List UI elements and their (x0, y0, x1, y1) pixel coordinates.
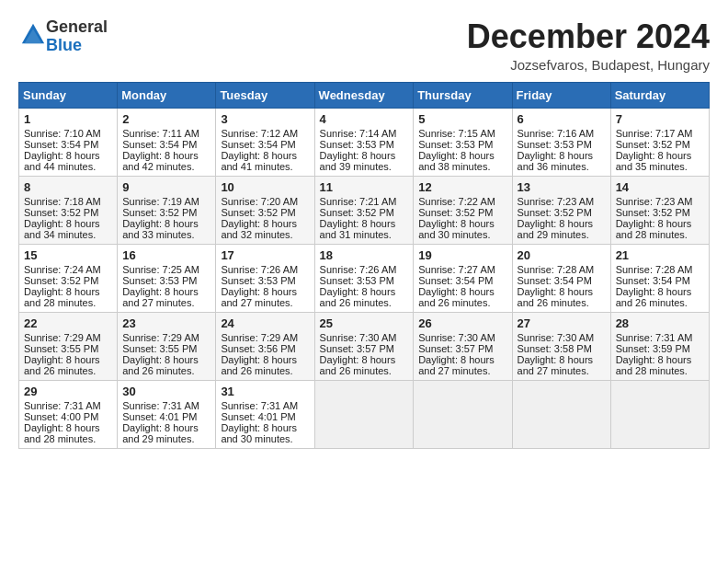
calendar-cell: 9Sunrise: 7:19 AMSunset: 3:52 PMDaylight… (118, 176, 216, 244)
week-row-5: 29Sunrise: 7:31 AMSunset: 4:00 PMDayligh… (19, 380, 710, 448)
daylight-text: Daylight: 8 hours and 26 minutes. (221, 354, 297, 376)
daylight-text: Daylight: 8 hours and 36 minutes. (518, 150, 594, 172)
day-number: 26 (418, 316, 506, 330)
daylight-text: Daylight: 8 hours and 34 minutes. (24, 218, 100, 240)
day-number: 7 (616, 112, 704, 126)
logo: General Blue (18, 18, 108, 55)
calendar-cell (314, 380, 414, 448)
weekday-header-monday: Monday (118, 82, 216, 108)
sunrise-text: Sunrise: 7:26 AM (221, 264, 298, 275)
sunrise-text: Sunrise: 7:25 AM (122, 264, 199, 275)
page-header: General Blue December 2024 Jozsefvaros, … (18, 18, 710, 73)
sunrise-text: Sunrise: 7:23 AM (518, 196, 595, 207)
sunset-text: Sunset: 3:54 PM (518, 275, 592, 286)
calendar-cell: 27Sunrise: 7:30 AMSunset: 3:58 PMDayligh… (512, 312, 610, 380)
sunset-text: Sunset: 3:57 PM (320, 343, 394, 354)
sunset-text: Sunset: 3:54 PM (24, 139, 98, 150)
logo-text: General Blue (46, 18, 108, 55)
day-number: 22 (24, 316, 112, 330)
sunrise-text: Sunrise: 7:15 AM (418, 128, 495, 139)
daylight-text: Daylight: 8 hours and 26 minutes. (122, 354, 199, 376)
calendar-cell: 17Sunrise: 7:26 AMSunset: 3:53 PMDayligh… (216, 244, 314, 312)
day-number: 3 (221, 112, 309, 126)
calendar-cell: 20Sunrise: 7:28 AMSunset: 3:54 PMDayligh… (512, 244, 610, 312)
daylight-text: Daylight: 8 hours and 28 minutes. (24, 286, 100, 308)
sunset-text: Sunset: 3:52 PM (24, 207, 98, 218)
sunrise-text: Sunrise: 7:31 AM (122, 400, 199, 411)
sunrise-text: Sunrise: 7:23 AM (616, 196, 693, 207)
sunrise-text: Sunrise: 7:19 AM (122, 196, 199, 207)
sunset-text: Sunset: 4:01 PM (221, 411, 295, 422)
daylight-text: Daylight: 8 hours and 29 minutes. (122, 422, 199, 444)
calendar-cell (414, 380, 512, 448)
calendar-cell: 24Sunrise: 7:29 AMSunset: 3:56 PMDayligh… (216, 312, 314, 380)
sunrise-text: Sunrise: 7:20 AM (221, 196, 298, 207)
calendar-cell: 31Sunrise: 7:31 AMSunset: 4:01 PMDayligh… (216, 380, 314, 448)
calendar-cell: 13Sunrise: 7:23 AMSunset: 3:52 PMDayligh… (512, 176, 610, 244)
month-title: December 2024 (467, 18, 710, 55)
sunset-text: Sunset: 3:55 PM (122, 343, 197, 354)
calendar-cell: 7Sunrise: 7:17 AMSunset: 3:52 PMDaylight… (610, 108, 709, 176)
week-row-3: 15Sunrise: 7:24 AMSunset: 3:52 PMDayligh… (19, 244, 710, 312)
sunrise-text: Sunrise: 7:31 AM (24, 400, 101, 411)
sunset-text: Sunset: 3:54 PM (616, 275, 690, 286)
sunrise-text: Sunrise: 7:10 AM (24, 128, 101, 139)
sunrise-text: Sunrise: 7:27 AM (418, 264, 495, 275)
daylight-text: Daylight: 8 hours and 28 minutes. (616, 218, 692, 240)
day-number: 19 (418, 248, 506, 262)
daylight-text: Daylight: 8 hours and 42 minutes. (122, 150, 199, 172)
day-number: 16 (122, 248, 210, 262)
day-number: 5 (418, 112, 506, 126)
sunset-text: Sunset: 3:53 PM (320, 275, 394, 286)
sunset-text: Sunset: 3:53 PM (320, 139, 394, 150)
daylight-text: Daylight: 8 hours and 27 minutes. (122, 286, 199, 308)
sunrise-text: Sunrise: 7:31 AM (221, 400, 298, 411)
calendar-cell: 25Sunrise: 7:30 AMSunset: 3:57 PMDayligh… (314, 312, 414, 380)
weekday-header-row: SundayMondayTuesdayWednesdayThursdayFrid… (19, 82, 710, 108)
sunrise-text: Sunrise: 7:17 AM (616, 128, 693, 139)
day-number: 17 (221, 248, 309, 262)
day-number: 24 (221, 316, 309, 330)
day-number: 31 (221, 385, 309, 398)
sunrise-text: Sunrise: 7:29 AM (122, 332, 199, 343)
sunset-text: Sunset: 3:53 PM (221, 275, 295, 286)
daylight-text: Daylight: 8 hours and 26 minutes. (418, 286, 495, 308)
day-number: 23 (122, 316, 210, 330)
calendar-cell: 22Sunrise: 7:29 AMSunset: 3:55 PMDayligh… (19, 312, 118, 380)
day-number: 27 (518, 316, 606, 330)
sunset-text: Sunset: 3:52 PM (24, 275, 98, 286)
sunrise-text: Sunrise: 7:28 AM (616, 264, 693, 275)
logo-blue: Blue (46, 36, 82, 54)
sunset-text: Sunset: 3:52 PM (320, 207, 394, 218)
sunrise-text: Sunrise: 7:24 AM (24, 264, 101, 275)
sunset-text: Sunset: 3:59 PM (616, 343, 690, 354)
daylight-text: Daylight: 8 hours and 28 minutes. (24, 422, 100, 444)
week-row-2: 8Sunrise: 7:18 AMSunset: 3:52 PMDaylight… (19, 176, 710, 244)
sunrise-text: Sunrise: 7:16 AM (518, 128, 595, 139)
weekday-header-thursday: Thursday (414, 82, 512, 108)
daylight-text: Daylight: 8 hours and 26 minutes. (320, 354, 396, 376)
calendar-cell: 5Sunrise: 7:15 AMSunset: 3:53 PMDaylight… (414, 108, 512, 176)
daylight-text: Daylight: 8 hours and 44 minutes. (24, 150, 100, 172)
calendar-cell (512, 380, 610, 448)
logo-icon (20, 22, 46, 48)
daylight-text: Daylight: 8 hours and 41 minutes. (221, 150, 297, 172)
week-row-4: 22Sunrise: 7:29 AMSunset: 3:55 PMDayligh… (19, 312, 710, 380)
weekday-header-sunday: Sunday (19, 82, 118, 108)
sunrise-text: Sunrise: 7:26 AM (320, 264, 397, 275)
sunset-text: Sunset: 3:52 PM (616, 207, 690, 218)
sunset-text: Sunset: 3:54 PM (418, 275, 493, 286)
daylight-text: Daylight: 8 hours and 28 minutes. (616, 354, 692, 376)
calendar-cell: 30Sunrise: 7:31 AMSunset: 4:01 PMDayligh… (118, 380, 216, 448)
daylight-text: Daylight: 8 hours and 33 minutes. (122, 218, 199, 240)
daylight-text: Daylight: 8 hours and 30 minutes. (418, 218, 495, 240)
sunset-text: Sunset: 3:57 PM (418, 343, 493, 354)
calendar-cell: 14Sunrise: 7:23 AMSunset: 3:52 PMDayligh… (610, 176, 709, 244)
calendar-cell: 1Sunrise: 7:10 AMSunset: 3:54 PMDaylight… (19, 108, 118, 176)
day-number: 30 (122, 385, 210, 398)
weekday-header-tuesday: Tuesday (216, 82, 314, 108)
sunrise-text: Sunrise: 7:30 AM (518, 332, 595, 343)
sunset-text: Sunset: 4:01 PM (122, 411, 197, 422)
weekday-header-saturday: Saturday (610, 82, 709, 108)
calendar-cell: 26Sunrise: 7:30 AMSunset: 3:57 PMDayligh… (414, 312, 512, 380)
